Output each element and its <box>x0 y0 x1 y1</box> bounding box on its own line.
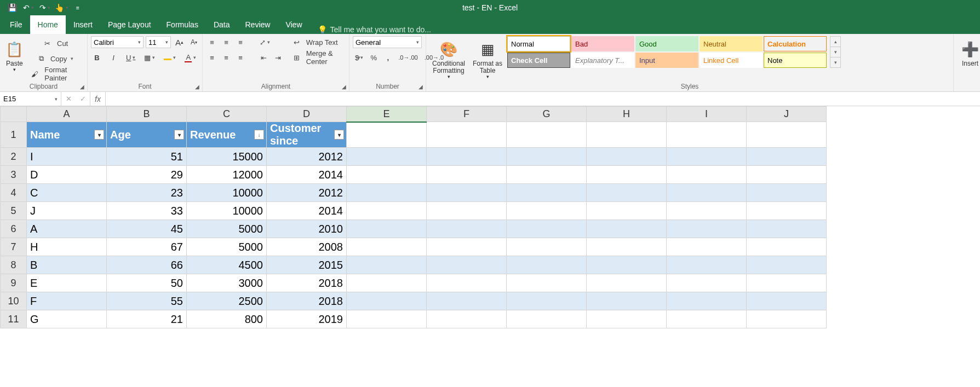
worksheet-grid[interactable]: ABCDEFGHIJ 1Name▾Age▾Revenue↓Customer si… <box>0 106 980 328</box>
cell[interactable] <box>507 220 587 238</box>
cell[interactable]: 12000 <box>187 166 267 184</box>
cell[interactable] <box>587 148 667 166</box>
style-linked-cell[interactable]: Linked Cell <box>700 53 763 68</box>
tell-me-search[interactable]: 💡 Tell me what you want to do... <box>310 25 439 34</box>
cell[interactable]: 67 <box>107 238 187 256</box>
wrap-text-button[interactable]: ↩ Wrap Text <box>291 36 352 48</box>
decrease-indent-button[interactable]: ⇤ <box>257 51 270 63</box>
cell[interactable] <box>507 256 587 274</box>
select-all-corner[interactable] <box>1 107 27 122</box>
cell[interactable] <box>347 166 427 184</box>
cell[interactable] <box>507 238 587 256</box>
cell[interactable] <box>347 202 427 220</box>
conditional-formatting-button[interactable]: 🎨 Conditional Formatting▾ <box>429 36 468 80</box>
cancel-formula-button[interactable]: ✕ <box>61 95 76 103</box>
row-header-6[interactable]: 6 <box>1 220 27 238</box>
column-header-H[interactable]: H <box>587 107 667 122</box>
cell[interactable] <box>347 148 427 166</box>
cell[interactable] <box>347 122 427 148</box>
cell[interactable]: 2015 <box>267 256 347 274</box>
cell[interactable] <box>747 148 827 166</box>
gallery-down-icon[interactable]: ▾ <box>830 47 840 57</box>
cell[interactable] <box>427 148 507 166</box>
cell[interactable] <box>507 166 587 184</box>
paste-button[interactable]: 📋 Paste ▾ <box>3 36 26 73</box>
cell[interactable]: 21 <box>107 310 187 328</box>
cell[interactable] <box>347 220 427 238</box>
cell[interactable]: 29 <box>107 166 187 184</box>
orientation-button[interactable]: ⤢ <box>257 36 272 48</box>
row-header-8[interactable]: 8 <box>1 256 27 274</box>
increase-decimal-button[interactable]: .0→.00 <box>396 51 420 63</box>
cell[interactable]: 4500 <box>187 256 267 274</box>
cell[interactable]: C <box>27 184 107 202</box>
cell[interactable]: 51 <box>107 148 187 166</box>
row-header-11[interactable]: 11 <box>1 310 27 328</box>
cell[interactable] <box>427 184 507 202</box>
cell[interactable] <box>747 310 827 328</box>
cell[interactable] <box>747 220 827 238</box>
cell[interactable]: 5000 <box>187 220 267 238</box>
clipboard-dialog-launcher[interactable]: ◢ <box>78 83 86 90</box>
tab-formulas[interactable]: Formulas <box>159 15 206 34</box>
cell[interactable] <box>427 292 507 310</box>
cell[interactable]: 2018 <box>267 274 347 292</box>
cell[interactable]: A <box>27 220 107 238</box>
undo-button[interactable]: ↶ <box>21 1 36 14</box>
touch-mode-button[interactable]: 👆 <box>54 1 69 14</box>
cell[interactable]: 33 <box>107 202 187 220</box>
cell[interactable] <box>347 274 427 292</box>
decrease-font-button[interactable]: A▾ <box>188 36 200 48</box>
cell[interactable] <box>587 292 667 310</box>
cell[interactable] <box>587 202 667 220</box>
cell[interactable] <box>347 184 427 202</box>
cell[interactable]: 5000 <box>187 238 267 256</box>
cell[interactable] <box>507 202 587 220</box>
qat-customize-button[interactable]: ≡ <box>70 1 85 14</box>
cell[interactable]: 23 <box>107 184 187 202</box>
cell[interactable]: 10000 <box>187 184 267 202</box>
row-header-3[interactable]: 3 <box>1 166 27 184</box>
cell[interactable] <box>747 184 827 202</box>
namebox-dropdown-icon[interactable]: ▾ <box>55 96 58 102</box>
cell[interactable]: 2018 <box>267 292 347 310</box>
row-header-5[interactable]: 5 <box>1 202 27 220</box>
cell[interactable]: B <box>27 256 107 274</box>
cell[interactable] <box>667 184 747 202</box>
tab-review[interactable]: Review <box>238 15 278 34</box>
underline-button[interactable]: U <box>124 51 137 63</box>
percent-format-button[interactable]: % <box>368 51 380 63</box>
font-size-combo[interactable]: 11▾ <box>146 36 171 48</box>
cell[interactable] <box>667 238 747 256</box>
cell[interactable]: 50 <box>107 274 187 292</box>
cell[interactable] <box>507 292 587 310</box>
align-right-button[interactable]: ≡ <box>234 51 247 63</box>
table-header-age[interactable]: Age▾ <box>107 122 187 148</box>
cell[interactable]: 3000 <box>187 274 267 292</box>
gallery-expand-icon[interactable]: ▾ <box>830 57 840 67</box>
column-header-E[interactable]: E <box>347 107 427 122</box>
cut-button[interactable]: ✂ Cut <box>29 37 84 49</box>
cell[interactable] <box>747 122 827 148</box>
format-painter-button[interactable]: 🖌 Format Painter <box>29 68 84 80</box>
column-header-F[interactable]: F <box>427 107 507 122</box>
cell[interactable] <box>427 238 507 256</box>
styles-gallery-more[interactable]: ▴ ▾ ▾ <box>830 36 841 68</box>
cell[interactable]: 15000 <box>187 148 267 166</box>
font-color-button[interactable]: A <box>182 51 198 63</box>
style-explanatory-t-[interactable]: Explanatory T... <box>571 53 634 68</box>
style-normal[interactable]: Normal <box>507 36 570 51</box>
table-header-revenue[interactable]: Revenue↓ <box>187 122 267 148</box>
fill-color-button[interactable] <box>162 51 178 63</box>
tab-insert[interactable]: Insert <box>66 15 100 34</box>
redo-button[interactable]: ↷ <box>37 1 53 14</box>
cell[interactable]: 45 <box>107 220 187 238</box>
filter-button[interactable]: ▾ <box>174 130 184 140</box>
format-as-table-button[interactable]: ▦ Format as Table▾ <box>471 36 504 80</box>
cell[interactable] <box>427 310 507 328</box>
cell[interactable]: 800 <box>187 310 267 328</box>
cell[interactable]: 2014 <box>267 202 347 220</box>
cell[interactable] <box>347 310 427 328</box>
cell[interactable]: D <box>27 166 107 184</box>
cell[interactable]: I <box>27 148 107 166</box>
